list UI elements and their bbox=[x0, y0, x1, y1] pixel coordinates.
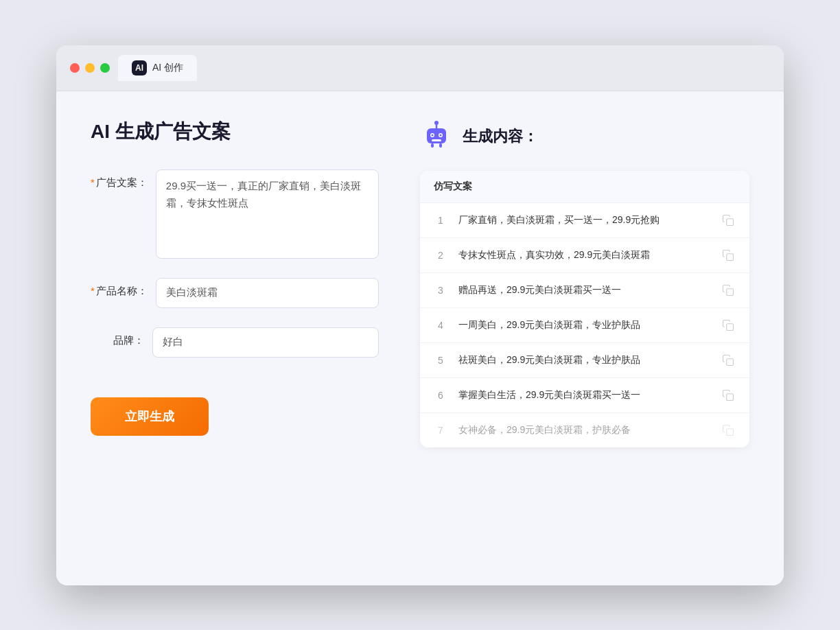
row-text: 一周美白，29.9元美白淡斑霜，专业护肤品 bbox=[458, 318, 710, 332]
tab-icon: AI bbox=[132, 60, 147, 75]
table-row: 3 赠品再送，29.9元美白淡斑霜买一送一 bbox=[420, 273, 749, 308]
browser-window: AI AI 创作 AI 生成广告文案 *广告文案： 29.9买一送一，真正的厂家… bbox=[56, 45, 784, 585]
ad-copy-textarea[interactable]: 29.9买一送一，真正的厂家直销，美白淡斑霜，专抹女性斑点 bbox=[156, 170, 379, 259]
svg-rect-13 bbox=[727, 323, 734, 330]
row-number: 5 bbox=[434, 355, 447, 366]
svg-rect-8 bbox=[431, 143, 434, 148]
row-text: 赠品再送，29.9元美白淡斑霜买一送一 bbox=[458, 283, 710, 297]
left-panel: AI 生成广告文案 *广告文案： 29.9买一送一，真正的厂家直销，美白淡斑霜，… bbox=[91, 119, 379, 558]
table-row: 5 祛斑美白，29.9元美白淡斑霜，专业护肤品 bbox=[420, 343, 749, 378]
svg-rect-12 bbox=[727, 288, 734, 295]
tab-ai-creation[interactable]: AI AI 创作 bbox=[118, 55, 197, 81]
svg-rect-5 bbox=[432, 139, 441, 141]
row-text: 厂家直销，美白淡斑霜，买一送一，29.9元抢购 bbox=[458, 213, 710, 227]
brand-group: 品牌： bbox=[91, 327, 379, 358]
result-header: 生成内容： bbox=[420, 119, 749, 154]
svg-point-7 bbox=[434, 121, 439, 125]
row-number: 1 bbox=[434, 215, 447, 226]
table-row: 2 专抹女性斑点，真实功效，29.9元美白淡斑霜 bbox=[420, 238, 749, 273]
right-panel: 生成内容： 仿写文案 1 厂家直销，美白淡斑霜，买一送一，29.9元抢购 2 专… bbox=[420, 119, 749, 558]
row-number: 3 bbox=[434, 285, 447, 296]
svg-rect-15 bbox=[727, 393, 734, 400]
generate-button[interactable]: 立即生成 bbox=[91, 397, 209, 436]
svg-point-4 bbox=[440, 134, 442, 136]
product-name-input[interactable] bbox=[156, 278, 379, 308]
table-row: 1 厂家直销，美白淡斑霜，买一送一，29.9元抢购 bbox=[420, 203, 749, 238]
row-text: 祛斑美白，29.9元美白淡斑霜，专业护肤品 bbox=[458, 353, 710, 367]
result-title: 生成内容： bbox=[463, 126, 538, 147]
title-bar: AI AI 创作 bbox=[56, 45, 784, 91]
svg-rect-10 bbox=[727, 218, 734, 225]
table-row: 4 一周美白，29.9元美白淡斑霜，专业护肤品 bbox=[420, 308, 749, 343]
required-star: * bbox=[91, 176, 95, 188]
close-button[interactable] bbox=[70, 63, 80, 73]
product-name-label: *产品名称： bbox=[91, 278, 156, 298]
product-name-group: *产品名称： bbox=[91, 278, 379, 308]
row-number: 7 bbox=[434, 425, 447, 436]
row-text: 专抹女性斑点，真实功效，29.9元美白淡斑霜 bbox=[458, 248, 710, 262]
brand-label: 品牌： bbox=[91, 327, 152, 347]
svg-rect-9 bbox=[439, 143, 442, 148]
row-number: 2 bbox=[434, 250, 447, 261]
svg-rect-11 bbox=[727, 253, 734, 260]
copy-icon[interactable] bbox=[721, 213, 736, 228]
tab-label: AI 创作 bbox=[152, 62, 183, 74]
result-table: 仿写文案 1 厂家直销，美白淡斑霜，买一送一，29.9元抢购 2 专抹女性斑点，… bbox=[420, 171, 749, 447]
copy-icon[interactable] bbox=[721, 388, 736, 403]
ad-copy-group: *广告文案： 29.9买一送一，真正的厂家直销，美白淡斑霜，专抹女性斑点 bbox=[91, 170, 379, 259]
robot-icon bbox=[420, 119, 453, 154]
table-row: 6 掌握美白生活，29.9元美白淡斑霜买一送一 bbox=[420, 378, 749, 413]
svg-point-3 bbox=[432, 134, 434, 136]
copy-icon[interactable] bbox=[721, 318, 736, 333]
copy-icon[interactable] bbox=[721, 248, 736, 263]
row-text: 掌握美白生活，29.9元美白淡斑霜买一送一 bbox=[458, 388, 710, 402]
page-title: AI 生成广告文案 bbox=[91, 119, 379, 145]
svg-rect-14 bbox=[727, 358, 734, 365]
table-row: 7 女神必备，29.9元美白淡斑霜，护肤必备 bbox=[420, 413, 749, 447]
copy-icon[interactable] bbox=[721, 353, 736, 368]
brand-input[interactable] bbox=[152, 327, 379, 358]
content-area: AI 生成广告文案 *广告文案： 29.9买一送一，真正的厂家直销，美白淡斑霜，… bbox=[56, 91, 784, 585]
row-text: 女神必备，29.9元美白淡斑霜，护肤必备 bbox=[458, 423, 710, 437]
traffic-lights bbox=[70, 63, 110, 73]
row-number: 6 bbox=[434, 390, 447, 401]
row-number: 4 bbox=[434, 320, 447, 331]
ad-copy-label: *广告文案： bbox=[91, 170, 156, 189]
copy-icon[interactable] bbox=[721, 283, 736, 298]
table-header: 仿写文案 bbox=[420, 171, 749, 203]
minimize-button[interactable] bbox=[85, 63, 95, 73]
maximize-button[interactable] bbox=[100, 63, 110, 73]
svg-rect-16 bbox=[727, 428, 734, 435]
copy-icon[interactable] bbox=[721, 423, 736, 438]
required-star: * bbox=[91, 285, 95, 296]
